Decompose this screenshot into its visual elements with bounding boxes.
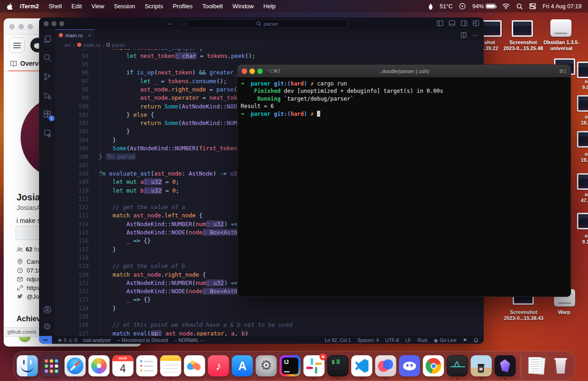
menu-iterm2[interactable]: iTerm2	[20, 3, 39, 10]
profile-followers[interactable]: 62 foll	[17, 246, 42, 253]
discord-status[interactable]: ⌁ Reconnect to Discord	[117, 337, 168, 343]
dock-item-iterm[interactable]: $	[328, 355, 349, 376]
wifi-icon[interactable]	[502, 3, 510, 9]
command-center-search[interactable]: parser	[187, 19, 348, 28]
indentation[interactable]: Spaces: 4	[357, 337, 379, 343]
split-editor-icon[interactable]	[461, 32, 467, 38]
dock-item-photos[interactable]	[89, 355, 110, 376]
explorer-icon[interactable]	[42, 34, 52, 44]
dock-item-trash[interactable]	[550, 355, 571, 376]
more-actions-icon[interactable]: ⋯	[472, 32, 478, 39]
mail-icon	[17, 276, 23, 283]
link-icon	[17, 285, 23, 291]
line-number: 116	[55, 237, 99, 245]
desktop-icon-ot-47-36[interactable]	[577, 173, 588, 190]
terminal-output[interactable]: ➜ parser git:(hard) ✗ cargo run Finished…	[237, 77, 571, 118]
browser-minimize-button[interactable]	[18, 24, 24, 29]
dock-item-safari[interactable]	[65, 355, 86, 376]
go-live-button[interactable]: ◉ Go Live	[434, 337, 456, 343]
dock-item-appstore[interactable]: A	[232, 355, 253, 376]
menu-window[interactable]: Window	[232, 3, 254, 10]
eol-type[interactable]: LF	[405, 337, 411, 343]
desktop-icon-ot-18-59[interactable]	[577, 95, 588, 112]
desktop-icon-ot-9-09[interactable]	[577, 62, 588, 78]
extensions-icon[interactable]: 1	[42, 109, 52, 119]
language-mode[interactable]: Rust	[418, 337, 428, 343]
running-indicator	[361, 378, 363, 380]
encoding[interactable]: UTF-8	[385, 337, 399, 343]
feedback-icon[interactable]: ⚑	[463, 337, 467, 343]
vscode-minimize-button[interactable]	[51, 21, 57, 26]
desktop-icon-ot-19-05[interactable]	[577, 131, 588, 148]
menu-edit[interactable]: Edit	[72, 3, 82, 10]
settings-gear-icon[interactable]: ⚙	[42, 321, 52, 331]
line-number: 99	[55, 94, 99, 102]
search-icon[interactable]	[42, 53, 52, 63]
problems-indicator[interactable]: ⊗ 0 ⚠ 0	[58, 337, 77, 343]
toggle-panel-icon[interactable]	[449, 20, 455, 26]
menu-scripts[interactable]: Scripts	[145, 3, 163, 10]
dock-item-arc[interactable]	[375, 355, 396, 376]
notifications-bell-icon[interactable]	[474, 337, 478, 342]
dock-item-vscode[interactable]	[351, 355, 373, 376]
browser-close-button[interactable]	[9, 24, 15, 29]
dock-item-freeform[interactable]	[184, 355, 205, 376]
nav-forward-button[interactable]: →	[180, 19, 186, 27]
desktop-icon-screenshot-2023-0-15-38-43-label: Screenshot2023-0...15.38.43	[503, 309, 545, 321]
run-debug-icon[interactable]	[42, 91, 52, 101]
menu-view[interactable]: View	[91, 3, 104, 10]
dock-item-notes[interactable]	[160, 355, 181, 376]
toggle-sidebar-icon[interactable]	[437, 20, 443, 26]
customize-layout-icon[interactable]	[473, 20, 479, 26]
browser-zoom-button[interactable]	[28, 24, 33, 29]
playback-icon[interactable]	[459, 3, 466, 10]
dock-item-downloads[interactable]	[526, 355, 548, 376]
dock-item-activity-monitor[interactable]	[447, 355, 468, 376]
tab-main-rs[interactable]: main.rs ×	[55, 29, 95, 40]
dock-item-slack[interactable]	[304, 355, 325, 376]
nav-back-button[interactable]: ←	[167, 19, 173, 27]
dock-item-calendar[interactable]: AUG4	[113, 355, 134, 376]
vscode-close-button[interactable]	[44, 21, 49, 26]
desktop-icon-screenshot-2023-0-15-25-48[interactable]	[512, 20, 533, 37]
dock-item-settings[interactable]: ⚙	[256, 355, 277, 376]
dock-item-music[interactable]: ♪	[208, 355, 229, 376]
menu-toolbelt[interactable]: Toolbelt	[202, 3, 223, 10]
breadcrumb-src[interactable]: src	[64, 42, 71, 48]
breadcrumb-file[interactable]: main.rs	[84, 42, 100, 48]
remote-explorer-icon[interactable]	[42, 128, 52, 138]
lsp-status[interactable]: rust-analyzer	[83, 337, 111, 343]
tab-close-icon[interactable]: ×	[88, 33, 91, 38]
cursor-position[interactable]: Ln 92, Col 1	[325, 337, 351, 343]
dock-item-jar-app[interactable]	[471, 355, 492, 376]
menu-profiles[interactable]: Profiles	[173, 3, 192, 10]
dock-item-intellij[interactable]: IJ	[280, 355, 301, 376]
dock-item-discord[interactable]	[399, 355, 420, 376]
toggle-secondary-sidebar-icon[interactable]	[461, 20, 467, 26]
menu-shell[interactable]: Shell	[49, 3, 62, 10]
account-icon[interactable]	[42, 305, 52, 315]
menu-help[interactable]: Help	[263, 3, 276, 10]
breadcrumb-symbol[interactable]: parse	[112, 42, 125, 48]
vscode-zoom-button[interactable]	[59, 21, 64, 26]
battery-indicator[interactable]: 94%	[472, 3, 496, 10]
temperature-flame-icon[interactable]	[428, 3, 433, 10]
apple-menu-icon[interactable]	[6, 3, 12, 10]
spotlight-search-icon[interactable]	[516, 3, 523, 10]
iterm-window[interactable]: ⌥⌘2 ..doodle/parser (-zsh) ⌘1 ➜ parser g…	[237, 64, 571, 297]
menu-bar-clock[interactable]: Fri 4 Aug 07:19	[543, 3, 582, 10]
dock-item-launchpad[interactable]	[41, 355, 62, 376]
desktop-icon-obsidian-1-3-5-universal[interactable]	[550, 19, 571, 37]
menu-session[interactable]: Session	[114, 3, 135, 10]
dock-item-obsidian[interactable]	[495, 355, 516, 376]
dock-item-reminders[interactable]	[136, 355, 158, 376]
desktop-icon-ot-9-13[interactable]	[577, 213, 588, 229]
source-control-icon[interactable]	[42, 72, 52, 82]
breadcrumb[interactable]: src› main.rs› parse	[55, 40, 484, 49]
dock-item-finder[interactable]	[17, 355, 38, 376]
control-center-icon[interactable]	[529, 3, 536, 9]
line-number: 106	[55, 153, 99, 161]
remote-indicator[interactable]: ><	[39, 336, 52, 344]
dock-item-chrome[interactable]	[423, 355, 444, 376]
hamburger-menu-button[interactable]	[9, 37, 25, 53]
